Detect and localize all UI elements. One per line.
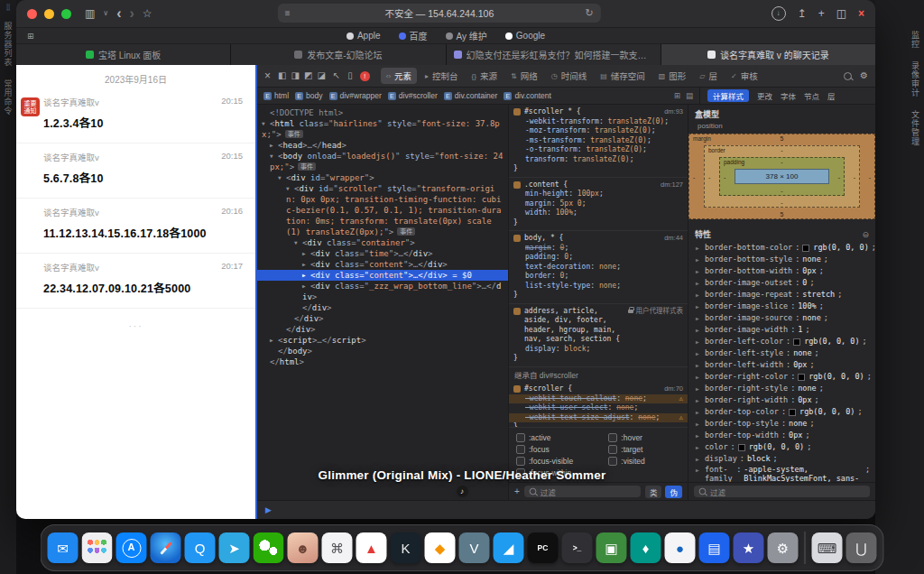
css-property[interactable]: -webkit-user-select: none; (513, 403, 683, 413)
inspector-tab-来源[interactable]: {}来源 (467, 68, 503, 84)
dom-node[interactable]: </div> (257, 302, 508, 313)
dock-icon-qq[interactable]: Q (185, 532, 216, 563)
checkbox[interactable] (608, 445, 617, 454)
console-prompt[interactable]: ▶ (257, 500, 875, 519)
property-disclosure-arrow[interactable]: ▶ (696, 419, 702, 430)
disclosure-arrow[interactable]: ▶ (270, 140, 278, 151)
css-property[interactable]: border: 0; (513, 272, 683, 282)
pseudo-class-toggle[interactable]: :visited (608, 455, 680, 467)
dock-icon-rocket[interactable]: ▲ (356, 532, 387, 563)
css-property[interactable]: transform: translateZ(0); (513, 155, 683, 165)
dom-node[interactable]: </html> (257, 356, 508, 367)
minimize-window-button[interactable] (44, 9, 54, 19)
chat-message[interactable]: 谈名字真难取v20:1722.34.12.07.09.10.21各5000 (16, 254, 255, 309)
computed-property[interactable]: ▶border-bottom-style: none; (688, 254, 875, 265)
dom-node[interactable]: ▼<body onload="loadedjs()" style="font-s… (257, 151, 508, 172)
settings-gear-icon[interactable]: ⚙ (860, 71, 868, 80)
inspector-tab-审核[interactable]: ✓审核 (725, 68, 763, 84)
computed-property[interactable]: ▶font-family: -apple-system, BlinkMacSys… (688, 465, 875, 482)
property-disclosure-arrow[interactable]: ▶ (696, 301, 702, 312)
sidebar-tab-更改[interactable]: 更改 (757, 90, 772, 101)
dock-icon-v2ray[interactable]: V (459, 532, 490, 563)
computed-property[interactable]: ▶border-top-width: 0px; (688, 430, 875, 441)
computed-property[interactable]: ▶border-image-source: none; (688, 312, 875, 324)
checkbox[interactable] (516, 445, 525, 454)
computed-property[interactable]: ▶border-top-color: rgb(0, 0, 0); (688, 406, 875, 418)
pseudo-class-toggle[interactable]: :target (608, 443, 680, 455)
property-disclosure-arrow[interactable]: ▶ (696, 372, 702, 383)
forward-button[interactable]: › (130, 6, 134, 21)
property-disclosure-arrow[interactable]: ▶ (696, 360, 702, 371)
dock-icon-vscode[interactable]: ◢ (494, 532, 524, 563)
edge-tab[interactable]: 常用命令 (3, 79, 14, 116)
css-property[interactable]: min-height: 100px; (513, 190, 683, 199)
computed-property[interactable]: ▶border-bottom-color: rgb(0, 0, 0); (688, 242, 875, 254)
computed-property[interactable]: ▶display: block; (688, 453, 875, 465)
dock-icon-terminal[interactable]: >_ (562, 532, 593, 563)
css-property[interactable]: text-decoration: none; (513, 263, 683, 273)
edge-tab[interactable]: 监控 (910, 31, 921, 49)
breadcrumb-action-icon[interactable]: ⊞ (674, 91, 680, 100)
favorite-item[interactable]: Apple (346, 29, 381, 42)
disclosure-arrow[interactable]: ▶ (302, 281, 310, 292)
rule-source-link[interactable]: dm:44 (664, 234, 683, 244)
issues-badge[interactable]: ! (360, 71, 370, 81)
rule-selector-row[interactable]: address, article, aside, div, footer, he… (513, 307, 683, 345)
dock-icon-gear-app[interactable]: ⚙ (768, 532, 799, 563)
dom-node[interactable]: ▶<div class="content">…</div> = $0 (257, 270, 508, 281)
dock-icon-mail[interactable]: ✉ (48, 532, 79, 563)
dock-icon-kitty-terminal[interactable]: K (391, 532, 421, 563)
inspector-tab-元素[interactable]: ‹›元素 (381, 68, 417, 84)
dock-icon-trash[interactable]: ⋃ (846, 532, 877, 563)
search-icon[interactable] (844, 72, 852, 80)
chat-message[interactable]: 谈名字真难取v20:1611.12.13.14.15.16.17.18各1000 (16, 199, 255, 254)
pseudo-class-toggle[interactable]: :focus (516, 443, 608, 455)
css-property[interactable]: margin: 5px 0; (513, 199, 683, 209)
css-property[interactable]: list-style-type: none; (513, 282, 683, 292)
extension-icon[interactable]: ☆ (143, 8, 152, 19)
rule-source-link[interactable]: dm:93 (664, 107, 683, 117)
css-property[interactable]: width: 100%; (513, 208, 683, 218)
dom-node[interactable]: </div> (257, 313, 508, 324)
dock-icon-parallels[interactable]: PC (528, 532, 559, 563)
computed-property[interactable]: ▶border-image-width: 1; (688, 324, 875, 336)
dom-node[interactable]: ▼<div id="wrapper"> (257, 172, 508, 183)
dock-icon-app-store[interactable]: A (116, 532, 147, 563)
disclosure-arrow[interactable]: ▼ (262, 118, 270, 129)
disclosure-arrow[interactable]: ▶ (302, 248, 310, 259)
rule-source-link[interactable]: 用户代理样式表 (628, 307, 684, 317)
favorites-grid-icon[interactable]: ⊞ (27, 32, 34, 41)
pseudo-class-toggle[interactable]: :hover (608, 431, 680, 443)
property-disclosure-arrow[interactable]: ▶ (696, 407, 702, 418)
dock-layout-icon[interactable]: ◧ (278, 71, 286, 80)
browser-tab[interactable]: 宝塔 Linux 面板 (16, 44, 231, 65)
dom-node[interactable]: ▼<div id="scroller" style="transform-ori… (257, 183, 508, 237)
chat-message[interactable]: 重要通知谈名字真难取v20:151.2.3.4各10 (16, 88, 255, 144)
dock-icon-launchpad[interactable] (82, 532, 113, 563)
property-disclosure-arrow[interactable]: ▶ (696, 290, 702, 301)
property-disclosure-arrow[interactable]: ▶ (696, 454, 702, 465)
property-disclosure-arrow[interactable]: ▶ (696, 266, 702, 277)
rule-selector-row[interactable]: #scroller {dm:70 (513, 384, 683, 394)
back-button[interactable]: ‹ (116, 6, 121, 21)
dom-node[interactable]: <!DOCTYPE html> (257, 107, 508, 118)
breadcrumb-item[interactable]: Ediv.container (444, 91, 498, 100)
computed-property[interactable]: ▶border-left-width: 0px; (688, 359, 875, 371)
property-disclosure-arrow[interactable]: ▶ (696, 255, 702, 265)
dock-icon-docker[interactable]: ▤ (699, 532, 730, 563)
rule-source-link[interactable]: dm:70 (664, 384, 683, 394)
pseudo-class-toggle[interactable]: :active (516, 431, 608, 443)
inspector-tab-层[interactable]: ▱层 (694, 68, 723, 84)
css-property[interactable]: -webkit-text-size-adjust: none;⚠ (509, 413, 688, 423)
dom-node[interactable]: </div> (257, 324, 508, 335)
css-property[interactable]: display: block; (513, 345, 683, 355)
inspector-tab-储存空间[interactable]: ▤储存空间 (595, 68, 651, 84)
checkbox[interactable] (516, 433, 525, 442)
dom-node[interactable]: ▶<div class="time">…</div> (257, 248, 508, 259)
inspector-close-button[interactable]: × (264, 70, 271, 81)
edge-tab[interactable]: 服务器列表 (3, 22, 14, 67)
favorite-item[interactable]: Google (505, 29, 545, 42)
reload-icon[interactable]: ↻ (586, 7, 594, 19)
computed-property[interactable]: ▶border-right-style: none; (688, 383, 875, 394)
edge-tab[interactable]: 录像审计 (910, 61, 921, 97)
